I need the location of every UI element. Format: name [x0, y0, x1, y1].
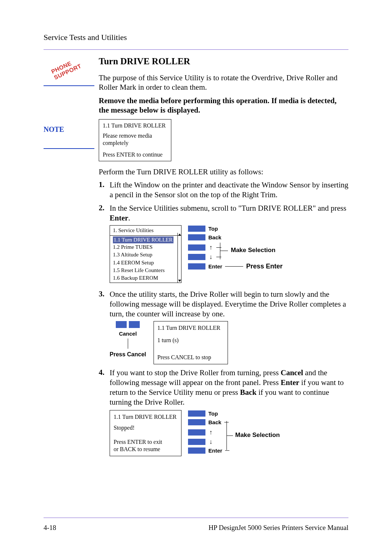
lcd-menu-item: 1.6 Backup EEROM	[113, 274, 181, 282]
footer-rule	[44, 518, 348, 518]
lcd-menu-body: 1.1 Turn DRIVE ROLLER 1.2 Prime TUBES 1.…	[110, 235, 181, 283]
lcd-line: completely	[103, 140, 167, 146]
step-text: Once the utility starts, the Drive Rolle…	[110, 289, 348, 364]
step-text: Lift the Window on the printer and deact…	[110, 180, 348, 200]
make-selection-label: Make Selection	[235, 431, 280, 439]
page-footer: 4-18 HP DesignJet 5000 Series Printers S…	[44, 510, 348, 532]
lcd-line: Press CANCEL to stop	[158, 354, 224, 361]
enter-button[interactable]	[188, 447, 205, 454]
intro-paragraph: The purpose of this Service Utility is t…	[99, 73, 348, 92]
lcd-line: 1.1 Turn DRIVE ROLLER	[114, 413, 177, 421]
step-list: 1. Lift the Window on the printer and de…	[99, 180, 348, 459]
lcd-menu-panel: 1. Service Utilities 1.1 Turn DRIVE ROLL…	[110, 225, 181, 283]
btn-label: Back	[208, 234, 221, 241]
step-text: If you want to stop the Drive Roller fro…	[110, 368, 348, 459]
step-number: 2.	[99, 203, 110, 286]
press-cancel-label: Press Cancel	[110, 351, 146, 358]
step-number: 4.	[99, 368, 110, 459]
btn-label: Enter	[208, 447, 222, 454]
lcd-panel-turns: 1.1 Turn DRIVE ROLLER 1 turn (s) Press C…	[154, 321, 228, 364]
btn-label: Back	[208, 419, 221, 426]
step-item: 2. In the Service Utilities submenu, scr…	[99, 203, 348, 286]
btn-label: Top	[208, 410, 218, 417]
cancel-legend: Cancel Press Cancel	[110, 321, 146, 358]
note-rule-top	[44, 85, 94, 86]
lcd-line: 1.1 Turn DRIVE ROLLER	[103, 122, 167, 129]
btn-label: Enter	[208, 263, 222, 270]
up-button[interactable]	[188, 244, 205, 251]
margin-column: PHONE SUPPORT NOTE	[44, 50, 99, 463]
lcd-panel-remove-media: 1.1 Turn DRIVE ROLLER Please remove medi…	[99, 119, 171, 161]
lcd-panel-stopped: 1.1 Turn DRIVE ROLLER Stopped! Press ENT…	[110, 410, 181, 457]
cancel-button[interactable]	[116, 321, 127, 328]
main-column: Turn DRIVE ROLLER The purpose of this Se…	[99, 50, 348, 463]
lcd-menu-item-selected: 1.1 Turn DRIVE ROLLER	[113, 236, 173, 243]
step-text: In the Service Utilities submenu, scroll…	[110, 203, 348, 286]
lcd-menu-item: 1.3 Altitude Setup	[113, 251, 181, 259]
note-rule-bottom	[44, 148, 94, 149]
nav-legend: Top Back ↑	[188, 225, 279, 270]
btn-label: Top	[208, 225, 218, 232]
note-body-bold: Remove the media before performing this …	[99, 96, 348, 115]
lcd-menu-item: 1.2 Prime TUBES	[113, 243, 181, 251]
lcd-menu-item: 1.4 EEROM Setup	[113, 259, 181, 267]
down-button[interactable]	[188, 439, 205, 445]
nav-legend: Top Back ↑	[188, 410, 279, 454]
enter-button[interactable]	[188, 263, 205, 270]
connector-icon	[220, 251, 228, 251]
down-button[interactable]	[188, 254, 205, 260]
lcd-menu-item: 1.5 Reset Life Counters	[113, 267, 181, 274]
section-title: Turn DRIVE ROLLER	[99, 56, 348, 66]
up-button[interactable]	[188, 429, 205, 436]
step-item: 3. Once the utility starts, the Drive Ro…	[99, 289, 348, 364]
lcd-line: Press ENTER to continue	[103, 151, 167, 158]
page-number: 4-18	[44, 524, 56, 532]
lcd-scrollbar-icon	[177, 233, 181, 283]
step-number: 3.	[99, 289, 110, 364]
press-enter-label: Press Enter	[246, 262, 282, 271]
lcd-line: or BACK to resume	[114, 446, 177, 453]
manual-title: HP DesignJet 5000 Series Printers Servic…	[208, 524, 348, 532]
back-button[interactable]	[188, 234, 205, 240]
connector-icon	[226, 436, 233, 436]
lcd-line: Stopped!	[114, 424, 177, 432]
top-button[interactable]	[188, 410, 205, 417]
connector-icon	[128, 339, 128, 349]
connector-icon	[216, 247, 221, 248]
down-arrow-icon: ↓	[208, 438, 213, 446]
up-arrow-icon: ↑	[208, 243, 213, 252]
step-item: 1. Lift the Window on the printer and de…	[99, 180, 348, 200]
lcd-line: 1.1 Turn DRIVE ROLLER	[158, 324, 224, 332]
bracket-icon	[220, 243, 220, 259]
phone-support-stamp: PHONE SUPPORT	[50, 49, 99, 81]
back-button[interactable]	[188, 419, 205, 425]
cancel-button[interactable]	[129, 321, 140, 328]
lcd-line: Press ENTER to exit	[114, 438, 177, 446]
perform-intro: Perform the Turn DRIVE ROLLER utility as…	[99, 167, 348, 177]
btn-label: Cancel	[119, 330, 137, 337]
note-label: NOTE	[44, 125, 64, 134]
lcd-menu-header: 1. Service Utilities	[110, 226, 181, 235]
top-button[interactable]	[188, 226, 205, 232]
lcd-line: Please remove media	[103, 133, 167, 139]
connector-icon	[225, 450, 229, 451]
lcd-line: 1 turn (s)	[158, 337, 224, 344]
up-arrow-icon: ↑	[208, 428, 213, 437]
running-header: Service Tests and Utilities	[44, 33, 348, 42]
make-selection-label: Make Selection	[231, 246, 275, 254]
step-number: 1.	[99, 180, 110, 200]
step-item: 4. If you want to stop the Drive Roller …	[99, 368, 348, 459]
connector-icon	[225, 266, 243, 267]
connector-icon	[216, 257, 221, 257]
down-arrow-icon: ↓	[208, 253, 213, 261]
